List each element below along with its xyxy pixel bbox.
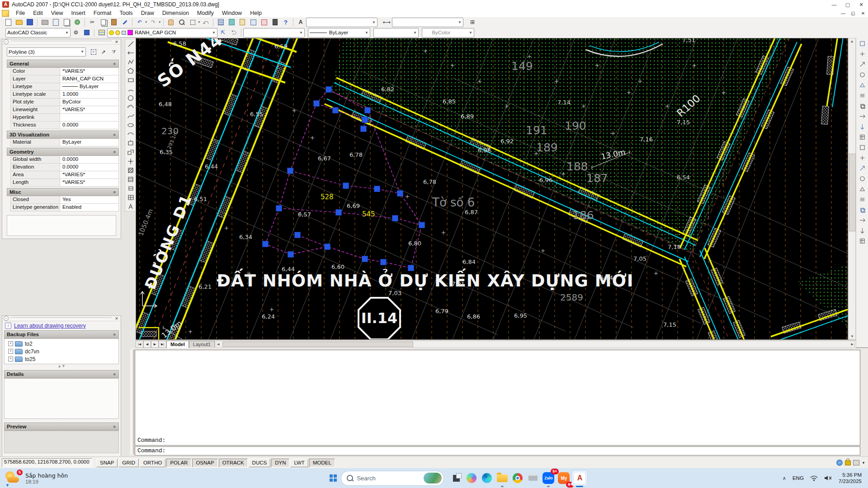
backup-tree-item[interactable]: +to25 [5,355,118,363]
polyline-button[interactable] [126,57,135,66]
workspace-settings-button[interactable]: ⚙ [71,28,81,38]
status-toggle-ducs[interactable]: DUCS [249,459,271,467]
file-explorer-button[interactable] [495,470,510,486]
menu-help[interactable]: Help [246,9,266,17]
chevron-collapse-icon[interactable]: « [113,133,118,136]
property-value[interactable]: 1.0000 [60,91,118,98]
sheet-set-manager-button[interactable] [248,18,258,27]
menu-edit[interactable]: Edit [29,9,47,17]
ellipse-arc-button[interactable] [126,130,135,139]
property-value[interactable]: Yes [60,196,118,203]
new-button[interactable] [3,18,13,27]
section-header[interactable]: Misc« [7,188,119,196]
dock-tool-button-7[interactable] [857,101,868,111]
dim-style-combo[interactable]: ▼ [392,18,463,27]
property-row[interactable]: LayerRANH_CAP GCN [10,75,119,83]
cut-button[interactable]: ✂ [87,18,97,27]
grip-point[interactable] [295,232,301,238]
task-view-button[interactable] [448,470,464,486]
status-toggle-snap[interactable]: SNAP [96,459,118,467]
property-value[interactable]: ByLayer [60,83,118,90]
dock-tool-button-2[interactable] [857,49,868,59]
next-tab-icon[interactable]: ▶ [151,341,159,348]
redo-button[interactable]: ↷▾ [148,18,158,27]
command-input[interactable]: Command: [135,446,860,455]
mtext-button[interactable] [126,202,135,211]
panel-splitter[interactable]: ▲▼ [2,364,121,369]
clock-widget[interactable]: 5:36 PM 7/23/2025 [839,472,862,484]
pan-button[interactable] [166,18,176,27]
select-objects-button[interactable]: ➚ [99,47,108,56]
scroll-left-icon[interactable]: ◀ [217,343,219,346]
circle-button[interactable] [126,94,135,103]
save-workspace-button[interactable] [82,28,92,38]
tool-palettes-button[interactable] [237,18,247,27]
match-properties-button[interactable] [120,18,130,27]
search-daily-image[interactable] [424,473,442,483]
menu-window[interactable]: Window [218,9,246,17]
undo-button[interactable]: ↶▾ [135,18,145,27]
copilot-button[interactable] [464,470,479,486]
recovery-close-icon[interactable]: ✕ [114,316,119,321]
zoom-previous-button[interactable]: ⤺ [201,18,211,27]
vertical-scroll-thumb[interactable] [849,154,856,231]
input-language-indicator[interactable]: ENG [793,475,804,481]
tab-model[interactable]: Model [166,341,189,348]
property-value[interactable]: Enabled [60,204,118,211]
chevron-collapse-icon[interactable]: « [113,150,118,153]
designcenter-button[interactable] [226,18,236,27]
property-value[interactable]: 0.0000 [60,164,118,171]
wifi-icon[interactable] [810,475,818,481]
undo-dropdown[interactable]: ▾ [145,20,147,24]
grip-point[interactable] [374,186,380,192]
dock-tool-button-19[interactable] [857,225,868,235]
grip-point[interactable] [408,265,414,271]
grip-point[interactable] [336,210,342,216]
quickcalc-button[interactable] [270,18,280,27]
workspace-combo[interactable]: AutoCAD Classic▼ [5,28,71,38]
property-value[interactable]: ByLayer [60,139,118,146]
my-app-button[interactable]: My9+ [556,470,571,486]
properties-palette-grabbar[interactable]: – ✕ [2,39,121,45]
property-value[interactable] [60,114,118,121]
layer-properties-manager-button[interactable] [97,28,107,38]
construction-line-button[interactable] [126,48,135,57]
layer-freeze-sun-icon[interactable] [115,30,120,35]
chrome-button[interactable] [510,470,525,486]
table-button[interactable] [126,193,135,202]
dock-tool-button-4[interactable] [857,70,868,80]
grip-point[interactable] [392,216,398,221]
status-toggle-grid[interactable]: GRID [118,459,139,467]
grip-point[interactable] [381,259,387,265]
quick-select-button[interactable]: ⧩ [109,47,118,56]
property-row[interactable]: Length*VARIES* [10,179,119,187]
insert-block-button[interactable] [126,139,135,148]
open-button[interactable] [14,18,24,27]
make-layer-current-button[interactable]: ⇱ [218,28,228,38]
chevron-collapse-icon[interactable]: « [113,333,118,336]
dock-tool-button-18[interactable] [857,215,868,225]
expand-icon[interactable]: + [8,349,13,354]
region-button[interactable] [126,184,135,193]
property-value[interactable]: *VARIES* [60,68,118,75]
property-row[interactable]: Hyperlink [10,114,119,122]
grip-point[interactable] [419,222,425,228]
properties-palette-button[interactable] [216,18,226,27]
volume-muted-icon[interactable] [824,475,832,481]
property-row[interactable]: Area*VARIES* [10,171,119,179]
grip-point[interactable] [361,126,367,132]
property-value[interactable]: 0.0000 [60,122,118,129]
collapse-icon[interactable]: – [4,316,9,321]
layer-color-swatch[interactable] [127,30,133,35]
text-style-button[interactable]: A [296,18,306,27]
grip-point[interactable] [365,108,371,113]
close-button[interactable]: ✕ [854,2,868,8]
communication-center-icon[interactable] [836,460,843,466]
dock-tool-button-10[interactable] [857,132,868,142]
grip-point[interactable] [397,191,403,197]
menu-insert[interactable]: Insert [67,9,90,17]
dock-tool-button-9[interactable] [857,122,868,131]
rectangle-button[interactable] [126,75,135,84]
autocad-taskbar-button[interactable]: A [571,470,588,486]
revcloud-button[interactable] [126,103,135,112]
